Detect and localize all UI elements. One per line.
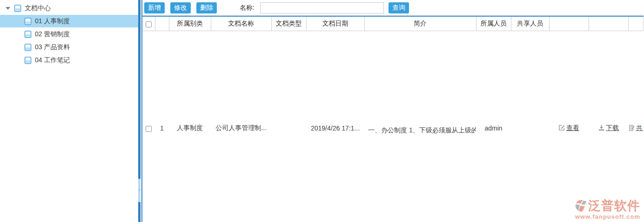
row-doc-type <box>271 31 306 222</box>
tree-item-03-product[interactable]: 03 产品资料 <box>0 41 138 53</box>
sidebar-splitter[interactable]: ‹ <box>138 0 141 222</box>
table-row: 1 人事制度 公司人事管理制... 2019/4/26 17:1... 一、办公… <box>142 31 643 222</box>
header-owner: 所属人员 <box>476 16 511 31</box>
header-index <box>155 16 169 31</box>
row-owner: admin <box>476 31 511 222</box>
row-action-download-cell: 下载 <box>589 31 628 222</box>
row-doc-date: 2019/4/26 17:1... <box>306 31 364 222</box>
edit-button[interactable]: 修改 <box>170 2 191 13</box>
document-icon <box>24 57 32 64</box>
header-shared: 共享人员 <box>511 16 549 31</box>
share-link-label: 共享 <box>636 124 643 132</box>
tree-item-04-notes[interactable]: 04 工作笔记 <box>0 54 138 66</box>
share-link[interactable]: 共享 <box>628 124 643 132</box>
row-shared <box>511 31 549 222</box>
row-category: 人事制度 <box>169 31 211 222</box>
content-panel: 新增 修改 删除 名称: 查询 所属别类 文档名称 <box>141 0 644 222</box>
caret-down-icon[interactable] <box>6 7 10 10</box>
row-index: 1 <box>155 31 169 222</box>
tree-item-02-marketing[interactable]: 02 营销制度 <box>0 28 138 40</box>
download-link-label: 下载 <box>606 124 619 132</box>
document-grid: 所属别类 文档名称 文档类型 文档日期 简介 所属人员 共享人员 <box>142 15 644 222</box>
view-link[interactable]: 查看 <box>558 124 579 132</box>
document-icon <box>24 18 32 25</box>
add-button[interactable]: 新增 <box>144 2 165 13</box>
watermark: 泛普软件 www.fanpusoft.com <box>573 199 640 220</box>
tree-root-document-center[interactable]: 文档中心 <box>0 2 138 14</box>
row-action-view-cell: 查看 <box>549 31 589 222</box>
document-icon <box>24 44 32 51</box>
document-icon <box>14 5 21 12</box>
watermark-brand: 泛普软件 <box>588 199 640 212</box>
grid-header-row: 所属别类 文档名称 文档类型 文档日期 简介 所属人员 共享人员 <box>142 16 643 31</box>
edit-square-icon <box>558 124 565 131</box>
tree-item-label: 02 营销制度 <box>35 30 70 39</box>
splitter-collapse-handle[interactable]: ‹ <box>138 179 141 202</box>
watermark-url: www.fanpusoft.com <box>573 213 640 220</box>
header-doc-type: 文档类型 <box>271 16 306 31</box>
tree-item-01-personnel[interactable]: 01 人事制度 <box>0 15 138 27</box>
fanpu-logo-icon <box>573 199 588 213</box>
header-action-3 <box>628 16 643 31</box>
select-all-checkbox[interactable] <box>146 21 152 27</box>
download-icon <box>598 124 605 131</box>
name-filter-label: 名称: <box>240 4 255 12</box>
download-link[interactable]: 下载 <box>598 124 619 132</box>
delete-button[interactable]: 删除 <box>196 2 217 13</box>
collapse-arrow-icon: ‹ <box>139 189 140 192</box>
query-button[interactable]: 查询 <box>389 2 409 13</box>
share-document-icon <box>628 124 635 131</box>
name-filter-input[interactable] <box>260 2 384 13</box>
tree-item-label: 03 产品资料 <box>35 43 70 52</box>
row-action-share-cell: 共享 <box>628 31 643 222</box>
row-checkbox[interactable] <box>146 126 152 132</box>
header-action-2 <box>589 16 628 31</box>
tree-item-label: 01 人事制度 <box>35 17 70 26</box>
view-link-label: 查看 <box>566 124 579 132</box>
document-center-app: 文档中心 01 人事制度 02 营销制度 03 产品资料 04 工作笔记 ‹ 新… <box>0 0 644 222</box>
tree-root-label: 文档中心 <box>25 4 51 13</box>
row-checkbox-cell <box>142 31 155 222</box>
header-category: 所属别类 <box>169 16 211 31</box>
tree-item-label: 04 工作笔记 <box>35 56 70 65</box>
toolbar: 新增 修改 删除 名称: 查询 <box>142 0 644 15</box>
header-action-1 <box>549 16 589 31</box>
category-tree-sidebar: 文档中心 01 人事制度 02 营销制度 03 产品资料 04 工作笔记 <box>0 0 138 222</box>
row-intro: 一、办公制度 1、下级必须服从上级的工作安排。 2、及时复命制（凡是上级安排的工… <box>364 31 476 222</box>
header-doc-name: 文档名称 <box>211 16 271 31</box>
header-doc-date: 文档日期 <box>306 16 364 31</box>
document-icon <box>24 31 32 38</box>
header-intro: 简介 <box>364 16 476 31</box>
row-doc-name[interactable]: 公司人事管理制... <box>211 31 271 222</box>
header-checkbox-cell <box>142 16 155 31</box>
